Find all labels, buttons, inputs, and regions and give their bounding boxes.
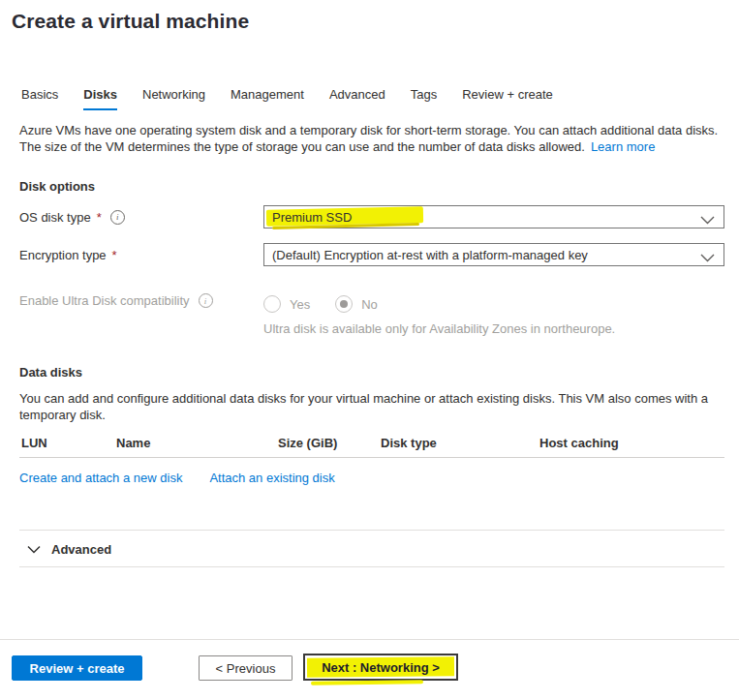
- intro-paragraph: Azure VMs have one operating system disk…: [19, 122, 728, 155]
- os-disk-type-label-group: OS disk type * i: [19, 210, 263, 225]
- chevron-down-icon: [700, 251, 715, 265]
- learn-more-link[interactable]: Learn more: [591, 139, 655, 154]
- column-header-name: Name: [116, 436, 150, 450]
- tab-review-create[interactable]: Review + create: [462, 87, 553, 110]
- previous-button[interactable]: < Previous: [199, 655, 293, 681]
- next-networking-button[interactable]: Next : Networking >: [303, 654, 458, 681]
- review-create-button[interactable]: Review + create: [12, 655, 142, 681]
- os-disk-type-label: OS disk type: [19, 210, 91, 225]
- encryption-type-select[interactable]: (Default) Encryption at-rest with a plat…: [263, 243, 724, 266]
- encryption-type-value: (Default) Encryption at-rest with a plat…: [272, 248, 588, 262]
- info-icon[interactable]: i: [110, 210, 125, 225]
- ultra-disk-helper-text: Ultra disk is available only for Availab…: [263, 321, 724, 336]
- column-header-lun: LUN: [21, 436, 47, 450]
- attach-existing-disk-link[interactable]: Attach an existing disk: [209, 471, 334, 485]
- required-marker: *: [112, 248, 117, 262]
- page-title: Create a virtual machine: [12, 10, 724, 33]
- tab-advanced[interactable]: Advanced: [329, 87, 385, 110]
- required-marker: *: [97, 210, 102, 225]
- data-disks-links: Create and attach a new disk Attach an e…: [19, 471, 724, 485]
- ultra-disk-radio-group: Yes No: [263, 295, 724, 313]
- chevron-down-icon: [27, 542, 41, 557]
- radio-yes: Yes: [263, 295, 310, 313]
- ultra-disk-label-group: Enable Ultra Disk compatibility i: [19, 293, 263, 308]
- create-attach-new-disk-link[interactable]: Create and attach a new disk: [19, 471, 182, 485]
- data-disks-heading: Data disks: [19, 365, 724, 380]
- data-disks-description: You can add and configure additional dat…: [19, 390, 728, 423]
- encryption-type-label: Encryption type: [19, 248, 107, 262]
- os-disk-type-field: Premium SSD: [263, 205, 724, 228]
- column-header-host-caching: Host caching: [539, 436, 619, 450]
- disk-options-heading: Disk options: [19, 179, 724, 194]
- table-divider: [19, 457, 724, 458]
- create-vm-page: Create a virtual machine Basics Disks Ne…: [0, 0, 739, 700]
- advanced-section-toggle[interactable]: Advanced: [19, 531, 724, 566]
- column-header-size: Size (GiB): [278, 436, 337, 450]
- ultra-disk-row: Enable Ultra Disk compatibility i Yes No…: [19, 293, 724, 336]
- data-disks-table-header: LUN Name Size (GiB) Disk type Host cachi…: [19, 436, 724, 451]
- os-disk-type-row: OS disk type * i Premium SSD: [19, 205, 724, 228]
- footer-bar: Review + create < Previous Next : Networ…: [0, 639, 739, 700]
- tab-networking[interactable]: Networking: [142, 87, 205, 110]
- radio-no: No: [335, 295, 378, 313]
- radio-yes-circle: [263, 295, 281, 313]
- tab-tags[interactable]: Tags: [411, 87, 437, 110]
- next-button-label: Next : Networking >: [322, 660, 440, 675]
- os-disk-type-value: Premium SSD: [272, 210, 352, 225]
- advanced-section-label: Advanced: [51, 542, 111, 557]
- ultra-disk-field: Yes No Ultra disk is available only for …: [263, 293, 724, 336]
- radio-no-circle: [335, 295, 353, 313]
- os-disk-type-select[interactable]: Premium SSD: [263, 205, 724, 228]
- encryption-type-field: (Default) Encryption at-rest with a plat…: [263, 243, 724, 266]
- tab-management[interactable]: Management: [231, 87, 304, 110]
- ultra-disk-label: Enable Ultra Disk compatibility: [19, 293, 190, 308]
- radio-yes-label: Yes: [290, 297, 310, 312]
- tab-bar: Basics Disks Networking Management Advan…: [19, 87, 724, 110]
- encryption-type-row: Encryption type * (Default) Encryption a…: [19, 243, 724, 266]
- info-icon[interactable]: i: [199, 293, 213, 308]
- divider: [19, 566, 724, 567]
- chevron-down-icon: [700, 213, 715, 228]
- column-header-disk-type: Disk type: [381, 436, 437, 450]
- radio-no-label: No: [361, 297, 378, 312]
- yellow-highlight-spill: [311, 680, 423, 685]
- encryption-type-label-group: Encryption type *: [19, 248, 263, 262]
- tab-basics[interactable]: Basics: [21, 87, 58, 110]
- page-content: Create a virtual machine Basics Disks Ne…: [0, 10, 739, 567]
- tab-disks[interactable]: Disks: [83, 87, 117, 110]
